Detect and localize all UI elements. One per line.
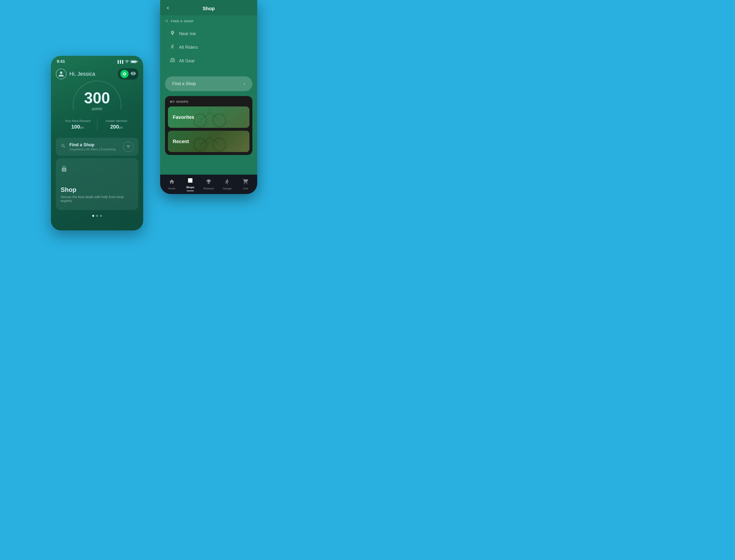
nav-shops[interactable]: Shops <box>181 178 199 191</box>
rewards-row: Your Next Reward 100pts Insider Member 2… <box>51 114 143 135</box>
shop-page-header: Shop <box>160 0 257 15</box>
lock-icon <box>61 165 133 174</box>
find-shop-title: Find a Shop <box>69 142 115 147</box>
svg-line-4 <box>209 109 210 113</box>
shops-icon <box>187 178 193 185</box>
garage-icon <box>224 179 230 186</box>
home-label: Home <box>168 187 175 190</box>
find-shop-subtitle: Anywhere | All riders | Everything <box>69 147 115 151</box>
nav-active-indicator <box>187 191 194 191</box>
time-display: 9:41 <box>57 59 65 64</box>
settings-button[interactable] <box>120 70 129 78</box>
shops-label: Shops <box>186 186 194 189</box>
find-shop-btn-label: Find a Shop <box>172 81 196 86</box>
header-actions <box>118 68 138 80</box>
favorites-label: Favorites <box>173 114 194 120</box>
eye-button[interactable] <box>130 72 136 77</box>
dot-2[interactable] <box>96 215 98 217</box>
left-phone: 9:41 ▐▐▐ Hi, Jessica <box>51 56 143 230</box>
nav-cart[interactable]: Cart <box>236 179 255 190</box>
menu-item-near-me[interactable]: Near me <box>165 27 252 41</box>
insider-member: Insider Member 200pts <box>97 119 136 130</box>
rewards-icon <box>206 179 211 186</box>
status-bar: 9:41 ▐▐▐ <box>51 56 143 66</box>
back-button[interactable] <box>165 5 171 12</box>
points-value: 300 <box>56 90 138 106</box>
next-reward-label: Your Next Reward <box>58 119 97 123</box>
recent-card[interactable]: Recent <box>168 131 249 152</box>
rewards-label: Rewards <box>203 187 214 190</box>
recent-label: Recent <box>173 139 189 144</box>
find-shop-button[interactable]: Find a Shop › <box>165 76 252 91</box>
all-riders-label: All Riders <box>179 45 198 50</box>
battery-icon <box>130 60 137 63</box>
insider-label: Insider Member <box>97 119 136 123</box>
page-title: Shop <box>203 6 215 11</box>
find-shop-left: Find a Shop Anywhere | All riders | Ever… <box>61 142 115 151</box>
garage-label: Garage <box>223 187 232 190</box>
menu-item-all-gear[interactable]: All Gear <box>165 54 252 68</box>
location-icon <box>170 30 175 37</box>
signal-icon: ▐▐▐ <box>116 60 123 64</box>
nav-home[interactable]: Home <box>163 179 181 190</box>
svg-line-9 <box>209 133 210 137</box>
search-label: FIND A SHOP <box>165 19 252 23</box>
find-shop-text: Find a Shop Anywhere | All riders | Ever… <box>69 142 115 151</box>
shop-card-title: Shop <box>61 186 133 194</box>
gear-bag-icon <box>170 57 175 64</box>
home-icon <box>169 179 175 186</box>
avatar <box>56 69 66 79</box>
search-section: FIND A SHOP Near me All Riders <box>160 15 257 72</box>
arrow-icon: › <box>244 81 245 86</box>
greeting-text: Hi, Jessica <box>69 71 95 77</box>
next-reward: Your Next Reward 100pts <box>58 119 97 130</box>
wifi-icon <box>125 60 129 64</box>
favorites-card[interactable]: Favorites <box>168 106 249 128</box>
nav-rewards[interactable]: Rewards <box>199 179 218 190</box>
filter-button[interactable] <box>123 142 133 152</box>
dot-1[interactable] <box>92 215 94 217</box>
menu-item-all-riders[interactable]: All Riders <box>165 41 252 54</box>
points-section: 300 points <box>51 83 143 114</box>
find-shop-row[interactable]: Find a Shop Anywhere | All riders | Ever… <box>56 138 138 156</box>
carousel-dots <box>51 215 143 217</box>
user-greeting: Hi, Jessica <box>56 69 95 79</box>
nav-garage[interactable]: Garage <box>218 179 236 190</box>
insider-value: 200pts <box>97 124 136 130</box>
dot-3[interactable] <box>100 215 102 217</box>
all-gear-label: All Gear <box>179 58 195 64</box>
find-shop-label: FIND A SHOP <box>171 19 194 23</box>
shop-card[interactable]: Shop Secure the best deals with help fro… <box>56 158 138 210</box>
bottom-navigation: Home Shops Rewards <box>160 175 257 194</box>
my-shops-header: MY SHOPS <box>165 96 252 106</box>
next-reward-value: 100pts <box>58 124 97 130</box>
shop-card-subtitle: Secure the best deals with help from loc… <box>61 195 133 203</box>
cart-label: Cart <box>243 187 248 190</box>
my-shops-section: MY SHOPS Favorites <box>165 96 252 155</box>
near-me-label: Near me <box>179 31 196 36</box>
search-icon <box>61 143 66 150</box>
right-phone: Shop FIND A SHOP Near me All Ri <box>160 0 257 194</box>
riders-icon <box>170 44 175 51</box>
cart-icon <box>243 179 248 186</box>
status-icons: ▐▐▐ <box>116 60 137 64</box>
